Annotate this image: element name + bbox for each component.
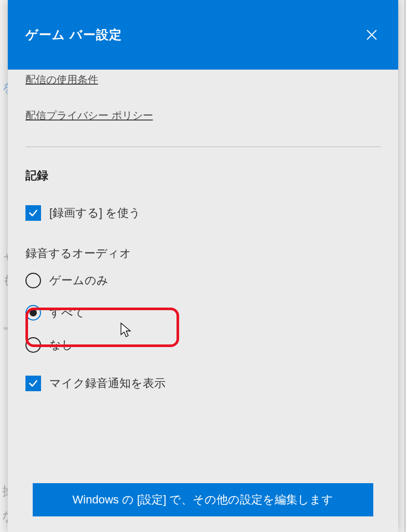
checkbox-mic-notify[interactable]: マイク録音通知を表示 xyxy=(25,376,381,391)
radio-indicator xyxy=(25,337,41,353)
checkbox-box xyxy=(25,205,41,221)
dialog-header: ゲーム バー設定 xyxy=(8,0,398,70)
checkmark-icon xyxy=(28,208,38,218)
button-label: Windows の [設定] で、その他の設定を編集します xyxy=(73,492,334,508)
checkbox-label: マイク録音通知を表示 xyxy=(49,376,166,391)
audio-group-label: 録音するオーディオ xyxy=(25,246,381,261)
radio-label: なし xyxy=(49,337,73,353)
settings-dialog: ゲーム バー設定 配信の使用条件 配信プライバシー ポリシー 記録 [録画する]… xyxy=(8,0,398,532)
dialog-body: 配信の使用条件 配信プライバシー ポリシー 記録 [録画する] を使う 録音する… xyxy=(8,70,398,391)
open-windows-settings-button[interactable]: Windows の [設定] で、その他の設定を編集します xyxy=(33,483,373,516)
dialog-title: ゲーム バー設定 xyxy=(25,26,122,43)
link-privacy[interactable]: 配信プライバシー ポリシー xyxy=(25,109,153,123)
divider xyxy=(25,147,381,147)
section-title: 記録 xyxy=(25,168,381,183)
link-terms[interactable]: 配信の使用条件 xyxy=(25,73,98,87)
checkbox-use-record[interactable]: [録画する] を使う xyxy=(25,205,381,221)
radio-none[interactable]: なし xyxy=(25,336,381,354)
checkbox-box xyxy=(25,376,41,391)
close-icon xyxy=(366,29,378,41)
radio-label: ゲームのみ xyxy=(49,273,109,288)
checkmark-icon xyxy=(28,378,38,389)
page-scrollbar[interactable] xyxy=(404,0,406,532)
radio-indicator xyxy=(25,305,41,321)
radio-indicator xyxy=(25,273,41,288)
radio-all[interactable]: すべて xyxy=(25,304,381,322)
radio-label: すべて xyxy=(49,305,85,321)
checkbox-label: [録画する] を使う xyxy=(49,205,141,221)
close-button[interactable] xyxy=(360,23,384,47)
radio-game-only[interactable]: ゲームのみ xyxy=(25,272,381,289)
